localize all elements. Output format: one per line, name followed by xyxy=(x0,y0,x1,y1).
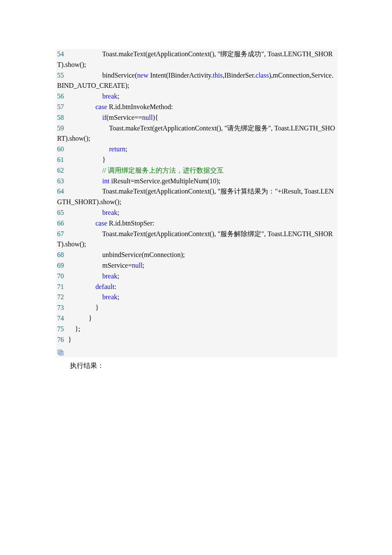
code-line: 56 break; xyxy=(57,91,337,102)
line-number: 66 xyxy=(57,218,66,229)
code-line: 63 int iResult=mService.getMultipleNum(1… xyxy=(57,176,337,187)
line-number: 71 xyxy=(57,282,66,292)
line-number: 73 xyxy=(57,303,66,313)
keyword: return xyxy=(109,145,125,153)
code-line: 68 unbindService(mConnection); xyxy=(57,250,337,260)
code-line: 66 case R.id.btnStopSer: xyxy=(57,218,337,229)
line-number: 65 xyxy=(57,208,66,218)
code-text xyxy=(66,167,102,174)
keyword: new xyxy=(137,72,149,79)
keyword: null xyxy=(142,114,153,121)
code-text: ; xyxy=(118,293,119,301)
code-text: : xyxy=(114,283,116,290)
code-line: 69 mService=null; xyxy=(57,260,337,271)
code-line: 58 if(mService==null){ xyxy=(57,113,337,123)
code-text: R.id.btnStopSer: xyxy=(107,220,155,227)
result-label: 执行结果： xyxy=(56,361,337,370)
code-text: ){ xyxy=(153,114,158,121)
code-line: 72 break; xyxy=(57,292,337,303)
code-text: bindService( xyxy=(66,72,137,79)
code-text: ; xyxy=(118,272,119,280)
copy-icon-row xyxy=(57,345,337,356)
keyword: break xyxy=(102,209,118,216)
line-number: 68 xyxy=(57,250,66,260)
line-number: 74 xyxy=(57,313,66,324)
code-text: (mService== xyxy=(107,114,142,121)
code-text: } xyxy=(66,304,99,311)
keyword: break xyxy=(102,92,118,100)
document-page: 54 Toast.makeText(getApplicationContext(… xyxy=(0,0,392,413)
keyword: null xyxy=(132,262,142,269)
code-text: } xyxy=(66,156,106,163)
code-line: 67 Toast.makeText(getApplicationContext(… xyxy=(57,229,337,250)
keyword: default xyxy=(95,283,114,290)
keyword: this xyxy=(213,72,222,79)
svg-rect-1 xyxy=(59,351,63,355)
code-text xyxy=(66,145,109,153)
code-line: 55 bindService(new Intent(IBinderActivit… xyxy=(57,70,337,92)
code-text xyxy=(66,272,102,280)
code-line: 71 default: xyxy=(57,282,337,292)
code-text: iResult=mService.getMultipleNum(10); xyxy=(110,177,221,185)
code-text xyxy=(66,209,102,216)
keyword: break xyxy=(102,272,118,280)
code-line: 64 Toast.makeText(getApplicationContext(… xyxy=(57,186,337,208)
code-text: unbindService(mConnection); xyxy=(66,251,185,258)
line-number: 69 xyxy=(57,260,66,271)
code-text: ; xyxy=(118,92,119,100)
code-text: ; xyxy=(142,262,144,269)
code-text xyxy=(66,220,95,227)
code-text: } xyxy=(66,336,72,343)
code-text: Toast.makeText(getApplicationContext(), … xyxy=(57,50,333,68)
line-number: 67 xyxy=(57,229,66,240)
code-text xyxy=(66,177,102,185)
code-text: } xyxy=(66,315,92,322)
code-text: Intent(IBinderActivity. xyxy=(148,72,213,79)
code-line: 54 Toast.makeText(getApplicationContext(… xyxy=(57,49,337,70)
line-number: 55 xyxy=(57,70,66,81)
code-text xyxy=(66,92,102,100)
code-text xyxy=(66,283,95,290)
line-number: 70 xyxy=(57,271,66,282)
keyword: if xyxy=(102,114,107,121)
code-text xyxy=(66,103,95,110)
line-number: 76 xyxy=(57,335,66,345)
code-text: R.id.btnInvokeMethod: xyxy=(107,103,173,110)
code-block: 54 Toast.makeText(getApplicationContext(… xyxy=(56,49,337,357)
line-number: 75 xyxy=(57,324,66,335)
line-number: 62 xyxy=(57,165,66,176)
comment: // 调用绑定服务上的方法，进行数据交互 xyxy=(102,167,224,174)
line-number: 64 xyxy=(57,186,66,197)
code-line: 74 } xyxy=(57,313,337,324)
code-line: 65 break; xyxy=(57,208,337,218)
code-line: 73 } xyxy=(57,303,337,313)
line-number: 61 xyxy=(57,155,66,165)
code-text: Toast.makeText(getApplicationContext(), … xyxy=(57,230,333,248)
line-number: 59 xyxy=(57,123,66,134)
keyword: case xyxy=(95,103,107,110)
code-text: ,IBinderSer. xyxy=(222,72,255,79)
code-line: 60 return; xyxy=(57,144,337,155)
code-text: }; xyxy=(66,325,80,332)
code-text xyxy=(66,114,102,121)
code-line: 70 break; xyxy=(57,271,337,282)
keyword: case xyxy=(95,220,107,227)
code-line: 76 } xyxy=(57,335,337,345)
line-number: 58 xyxy=(57,113,66,123)
line-number: 54 xyxy=(57,49,66,60)
keyword: int xyxy=(102,177,110,185)
code-text: ; xyxy=(125,145,127,153)
keyword: class xyxy=(256,72,269,79)
copy-icon[interactable] xyxy=(57,348,64,354)
line-number: 56 xyxy=(57,91,66,102)
code-text xyxy=(66,293,102,301)
code-line: 57 case R.id.btnInvokeMethod: xyxy=(57,102,337,113)
code-line: 62 // 调用绑定服务上的方法，进行数据交互 xyxy=(57,165,337,176)
code-text: Toast.makeText(getApplicationContext(), … xyxy=(57,124,335,142)
code-text: ; xyxy=(118,209,119,216)
code-text: Toast.makeText(getApplicationContext(), … xyxy=(57,188,334,205)
line-number: 72 xyxy=(57,292,66,303)
code-text: mService= xyxy=(66,262,132,269)
line-number: 57 xyxy=(57,102,66,113)
line-number: 60 xyxy=(57,144,66,155)
